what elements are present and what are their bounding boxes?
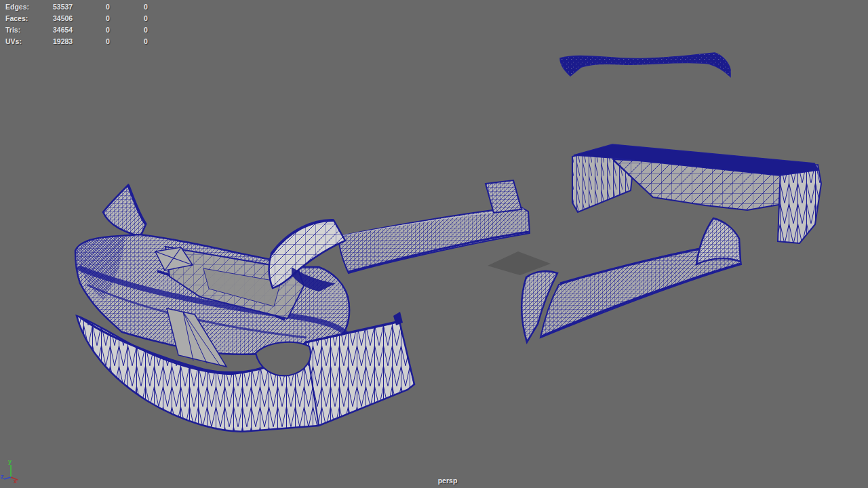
rear-bumper-right-leg-mesh — [778, 165, 821, 243]
hud-label: UVs: — [5, 37, 22, 45]
hud-total: 34506 — [53, 14, 73, 22]
hud-total: 34654 — [53, 26, 73, 34]
hud-col2: 0 — [106, 37, 110, 45]
hud-col3: 0 — [144, 26, 148, 34]
hud-col2: 0 — [106, 26, 110, 34]
hud-row-tris: Tris: 34654 0 0 — [0, 26, 176, 35]
hud-col3: 0 — [144, 14, 148, 22]
axis-x-label: x — [14, 478, 17, 485]
scene-canvas[interactable]: y x z — [0, 0, 868, 488]
viewport[interactable]: y x z Edges: 53537 0 0 Faces: 34506 0 0 … — [0, 0, 868, 488]
mesh-right-side-skirt[interactable] — [521, 218, 741, 342]
hud-col3: 0 — [144, 37, 148, 45]
hud-label: Faces: — [5, 14, 28, 22]
hud-col2: 0 — [106, 3, 110, 11]
hud-row-edges: Edges: 53537 0 0 — [0, 3, 176, 12]
axis-z-line — [4, 477, 11, 479]
axis-y-label: y — [8, 458, 12, 465]
hud-total: 53537 — [53, 3, 73, 11]
hud-col3: 0 — [144, 3, 148, 11]
hud-label: Edges: — [5, 3, 29, 11]
mesh-rear-spoiler[interactable] — [560, 53, 730, 77]
mesh-rear-bumper[interactable] — [572, 144, 821, 243]
center-skirt-end-tab-mesh — [486, 180, 521, 213]
hud-row-faces: Faces: 34506 0 0 — [0, 14, 176, 24]
poly-count-hud: Edges: 53537 0 0 Faces: 34506 0 0 Tris: … — [0, 0, 176, 54]
right-skirt-rear-fin-mesh — [696, 218, 741, 264]
view-axis-gizmo[interactable]: y x z — [1, 458, 18, 485]
hud-col2: 0 — [106, 14, 110, 22]
hud-row-uvs: UVs: 19283 0 0 — [0, 37, 176, 47]
axis-z-label: z — [1, 473, 4, 480]
hud-total: 19283 — [53, 37, 73, 45]
hud-label: Tris: — [5, 26, 20, 34]
camera-name-label: persp — [405, 476, 490, 485]
